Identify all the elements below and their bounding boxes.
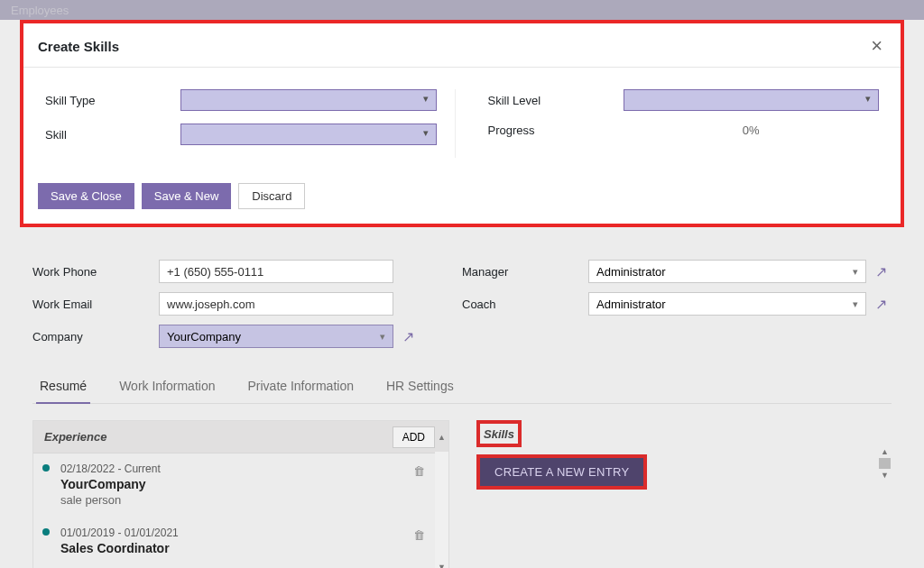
- experience-role: sale person: [60, 493, 412, 507]
- tab-resume[interactable]: Resumé: [36, 370, 90, 404]
- modal-title: Create Skills: [38, 39, 119, 54]
- highlight-box: Skills: [476, 420, 522, 447]
- tab-private-info[interactable]: Private Information: [244, 370, 357, 403]
- experience-date: 01/01/2019 - 01/01/2021: [60, 527, 412, 539]
- company-field[interactable]: YourCompany: [159, 325, 393, 348]
- experience-title: Experience: [33, 421, 117, 453]
- coach-field[interactable]: Administrator: [588, 292, 866, 316]
- save-close-button[interactable]: Save & Close: [38, 183, 134, 209]
- timeline-dot-icon: [42, 528, 50, 536]
- progress-value: 0%: [624, 124, 880, 137]
- scroll-up-icon[interactable]: ▲: [435, 433, 448, 442]
- manager-label: Manager: [462, 265, 579, 279]
- experience-item: 01/01/2019 - 01/01/2021 Sales Coordinato…: [33, 518, 448, 568]
- skills-title: Skills: [484, 427, 514, 441]
- work-phone-label: Work Phone: [32, 265, 150, 279]
- experience-date: 02/18/2022 - Current: [60, 463, 412, 475]
- tabs: Resumé Work Information Private Informat…: [32, 370, 892, 404]
- timeline-dot-icon: [42, 464, 50, 472]
- company-label: Company: [32, 330, 150, 344]
- scroll-thumb[interactable]: [879, 458, 891, 469]
- experience-company: Sales Coordinator: [60, 541, 412, 555]
- work-email-field[interactable]: [159, 292, 393, 316]
- skills-panel: Skills CREATE A NEW ENTRY ▲ ▼: [476, 420, 892, 568]
- scrollbar[interactable]: ▲ ▼: [878, 447, 892, 480]
- trash-icon[interactable]: 🗑: [413, 528, 425, 542]
- external-link-icon[interactable]: ↗: [875, 296, 892, 313]
- trash-icon[interactable]: 🗑: [413, 464, 425, 478]
- create-new-entry-button[interactable]: CREATE A NEW ENTRY: [480, 458, 643, 486]
- create-skills-modal: Create Skills × Skill Type Skill Skill L…: [20, 20, 904, 227]
- work-email-label: Work Email: [32, 298, 150, 311]
- experience-company: YourCompany: [60, 477, 412, 491]
- add-experience-button[interactable]: ADD: [393, 426, 435, 448]
- scroll-down-icon[interactable]: ▼: [438, 563, 446, 568]
- skill-type-select[interactable]: [180, 89, 437, 111]
- scroll-up-icon[interactable]: ▲: [881, 447, 889, 456]
- discard-button[interactable]: Discard: [238, 183, 305, 209]
- scrollbar[interactable]: ▼: [435, 452, 448, 568]
- skill-level-select[interactable]: [624, 89, 880, 111]
- coach-label: Coach: [462, 298, 579, 311]
- skill-type-label: Skill Type: [45, 94, 180, 107]
- scroll-down-icon[interactable]: ▼: [881, 471, 889, 480]
- work-phone-field[interactable]: [159, 260, 393, 283]
- external-link-icon[interactable]: ↗: [875, 263, 892, 280]
- manager-field[interactable]: Administrator: [588, 260, 866, 283]
- external-link-icon[interactable]: ↗: [402, 328, 419, 345]
- experience-item: 02/18/2022 - Current YourCompany sale pe…: [33, 453, 448, 518]
- close-icon[interactable]: ×: [867, 36, 886, 56]
- tab-work-info[interactable]: Work Information: [116, 370, 218, 403]
- progress-label: Progress: [488, 124, 624, 137]
- skill-label: Skill: [45, 128, 180, 142]
- skill-level-label: Skill Level: [488, 94, 624, 107]
- save-new-button[interactable]: Save & New: [142, 183, 232, 209]
- highlight-box: CREATE A NEW ENTRY: [476, 454, 647, 490]
- skill-select[interactable]: [180, 124, 437, 145]
- tab-hr-settings[interactable]: HR Settings: [383, 370, 457, 403]
- experience-panel: Experience ADD ▲ 02/18/2022 - Current Yo…: [32, 420, 449, 568]
